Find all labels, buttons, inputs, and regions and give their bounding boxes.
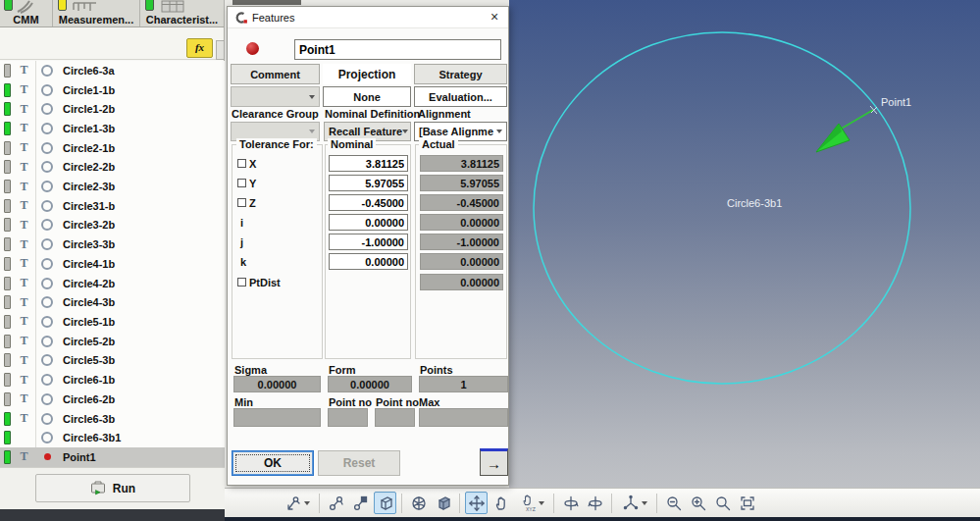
- feature-row[interactable]: TCircle1-1b: [0, 80, 225, 100]
- ptdist-checkbox[interactable]: [237, 278, 246, 287]
- feature-row[interactable]: TCircle3-3b: [0, 234, 225, 254]
- hand-xyz-icon: XYZ: [519, 495, 537, 512]
- projection-none-button[interactable]: None: [323, 86, 411, 107]
- wireframe-cube-icon: [377, 495, 394, 512]
- point-feature-icon: [39, 453, 55, 460]
- tab-cmm[interactable]: CMM: [0, 0, 52, 26]
- tab-characteristics[interactable]: Characterist...: [140, 0, 224, 26]
- projection-button[interactable]: Projection: [323, 64, 411, 84]
- probe-mode-icon: [284, 495, 302, 512]
- zoom-window-button[interactable]: [711, 492, 734, 514]
- run-button-label: Run: [113, 482, 135, 495]
- zoom-out-button[interactable]: [662, 492, 685, 514]
- feature-row[interactable]: TCircle1-2b: [0, 99, 225, 119]
- dialog-titlebar[interactable]: Features ×: [228, 7, 508, 28]
- feature-row[interactable]: TCircle1-3b: [0, 119, 225, 138]
- hand-pan-button[interactable]: [490, 492, 512, 514]
- x-nominal-input[interactable]: [329, 155, 408, 172]
- feature-row[interactable]: TCircle6-3a: [0, 61, 225, 80]
- feature-row[interactable]: TCircle6-3b: [0, 409, 225, 429]
- app-logo-icon: [233, 12, 247, 24]
- status-bar-icon: [4, 83, 11, 97]
- tab-measurement[interactable]: Measuremen...: [53, 0, 139, 26]
- tolerance-t-icon: T: [17, 295, 31, 310]
- evaluation-button[interactable]: Evaluation...: [414, 86, 507, 107]
- toolbar-separator: [319, 494, 320, 513]
- circle-feature-icon: [39, 123, 55, 134]
- comment-button[interactable]: Comment: [231, 64, 320, 84]
- chevron-down-icon: [539, 501, 544, 505]
- rotate-y-icon: [562, 495, 580, 512]
- feature-name-label: Circle2-1b: [63, 142, 115, 154]
- reset-button[interactable]: Reset: [318, 450, 400, 476]
- bottom-strip-right: [225, 517, 980, 521]
- strategy-button[interactable]: Strategy: [414, 64, 507, 84]
- feature-row[interactable]: TCircle4-2b: [0, 274, 225, 293]
- tolerance-t-icon: T: [17, 198, 31, 213]
- feature-row[interactable]: TCircle2-3b: [0, 177, 225, 196]
- wireframe-cube-button[interactable]: [374, 492, 396, 514]
- j-nominal-input[interactable]: [329, 234, 408, 250]
- hand-xyz-button[interactable]: XYZ: [514, 492, 548, 514]
- tolerance-row-label: k: [240, 253, 246, 270]
- tolerance-row-label: X: [237, 155, 256, 172]
- x-checkbox[interactable]: [237, 159, 246, 168]
- tab-label: Characterist...: [140, 14, 224, 26]
- clearance-group-label: Clearance Group: [232, 108, 319, 120]
- y-checkbox[interactable]: [237, 179, 246, 187]
- feature-type-combobox[interactable]: [231, 86, 320, 107]
- tolerance-t-icon: T: [17, 102, 31, 117]
- fit-view-button[interactable]: [736, 492, 758, 514]
- feature-row[interactable]: TCircle3-2b: [0, 216, 225, 235]
- probe-mode-button[interactable]: [280, 492, 314, 514]
- chevron-down-icon: [309, 95, 315, 99]
- feature-row[interactable]: Circle6-3b1: [0, 428, 225, 447]
- feature-row[interactable]: TCircle6-2b: [0, 390, 225, 409]
- tolerance-t-icon: T: [17, 276, 31, 290]
- measured-points-solid-button[interactable]: [349, 492, 372, 514]
- rotate-y-button[interactable]: [559, 492, 582, 514]
- feature-row[interactable]: TCircle31-b: [0, 196, 225, 216]
- status-bar-icon: [4, 160, 11, 174]
- feature-row[interactable]: TCircle4-1b: [0, 254, 225, 274]
- fx-search-button[interactable]: fx: [186, 38, 213, 58]
- status-bar-icon: [4, 141, 11, 155]
- tolerance-t-icon: T: [17, 353, 31, 368]
- feature-row[interactable]: TCircle5-3b: [0, 351, 225, 371]
- close-icon[interactable]: ×: [483, 8, 506, 26]
- feature-row[interactable]: TCircle4-3b: [0, 292, 225, 312]
- clipped-button[interactable]: [216, 40, 224, 60]
- zoom-in-button[interactable]: [687, 492, 709, 514]
- y-nominal-input[interactable]: [329, 175, 408, 191]
- feature-row[interactable]: TCircle2-1b: [0, 138, 225, 158]
- feature-row[interactable]: TCircle5-1b: [0, 312, 225, 332]
- z-checkbox[interactable]: [237, 198, 246, 207]
- run-button[interactable]: Run: [35, 474, 190, 502]
- tolerance-t-icon: T: [17, 256, 31, 271]
- z-nominal-input[interactable]: [329, 194, 408, 211]
- tolerance-t-icon: T: [17, 121, 31, 135]
- circle-feature-icon: [39, 432, 55, 443]
- circle-feature-icon: [39, 142, 55, 154]
- graphics-viewport[interactable]: Point1 Circle6-3b1: [509, 0, 980, 493]
- circle-feature-icon: [39, 258, 55, 270]
- feature-row[interactable]: TCircle5-2b: [0, 332, 225, 351]
- k-nominal-input[interactable]: [329, 253, 408, 270]
- point-feature-icon: [246, 42, 259, 55]
- wireframe-sphere-button[interactable]: [407, 492, 430, 514]
- measured-points-button[interactable]: [325, 492, 347, 514]
- shaded-cube-button[interactable]: [432, 492, 454, 514]
- feature-row[interactable]: TCircle6-1b: [0, 370, 225, 390]
- ok-button[interactable]: OK: [232, 450, 314, 476]
- pan-move-button[interactable]: [465, 492, 488, 514]
- feature-name-input[interactable]: [294, 39, 501, 60]
- rotate-z-button[interactable]: [584, 492, 606, 514]
- rotate-z-icon: [587, 495, 604, 512]
- sigma-label: Sigma: [234, 364, 267, 376]
- rotate-3d-button[interactable]: [617, 492, 651, 514]
- circle-label: Circle6-3b1: [727, 197, 782, 209]
- next-feature-button[interactable]: →: [480, 448, 508, 476]
- feature-row[interactable]: TPoint1: [0, 447, 225, 467]
- feature-row[interactable]: TCircle2-2b: [0, 158, 225, 178]
- i-nominal-input[interactable]: [329, 214, 408, 231]
